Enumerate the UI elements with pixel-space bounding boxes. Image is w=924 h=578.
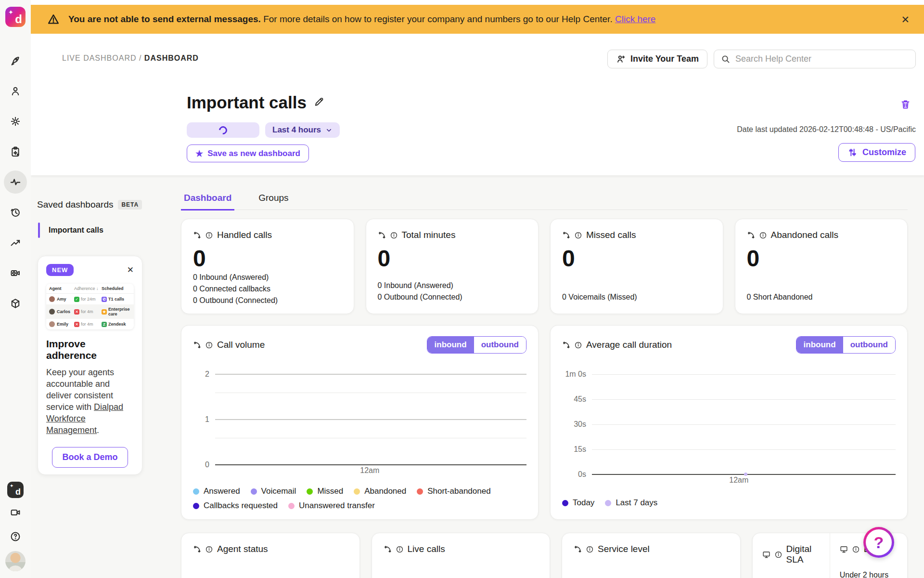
promo-card: NEW ✕ Agent Adherence ↓ Scheduled Amy ✓f… xyxy=(38,256,142,475)
sidebar-item-settings[interactable] xyxy=(4,110,27,133)
help-bubble-button[interactable]: ? xyxy=(863,527,894,558)
banner-text: You are not able to send external messag… xyxy=(68,14,655,25)
rocket-icon xyxy=(10,55,21,66)
legend-item: Missed xyxy=(307,486,343,496)
info-icon[interactable] xyxy=(205,545,213,553)
banner-link[interactable]: Click here xyxy=(615,14,655,24)
sidebar-item-help[interactable] xyxy=(6,527,25,546)
phone-icon xyxy=(193,545,201,553)
delete-dashboard-button[interactable] xyxy=(899,98,911,112)
pencil-icon xyxy=(313,96,325,107)
sidebar-item-getting-started[interactable] xyxy=(4,49,27,72)
info-icon[interactable] xyxy=(574,231,582,239)
sidebar-item-apps[interactable] xyxy=(4,292,27,315)
search-icon xyxy=(721,54,731,64)
breadcrumb-page: DASHBOARD xyxy=(144,54,199,62)
breadcrumb: LIVE DASHBOARD / DASHBOARD xyxy=(62,54,199,63)
filter-loading-pill[interactable] xyxy=(187,122,259,138)
sidebar-bottom: ✦ d xyxy=(0,482,31,571)
question-mark-icon: ? xyxy=(874,533,884,552)
star-badge-icon: ★ xyxy=(102,309,107,315)
saved-dashboards-heading: Saved dashboards BETA xyxy=(37,199,142,210)
toggle-inbound[interactable]: inbound xyxy=(796,337,843,353)
info-icon[interactable] xyxy=(759,231,767,239)
sidebar-item-history[interactable] xyxy=(4,201,27,224)
last-updated-text: Date last updated 2026-02-12T00:48:48 - … xyxy=(737,125,916,134)
x-badge-icon: ✕ xyxy=(74,322,79,327)
active-indicator xyxy=(38,223,40,238)
toggle-outbound[interactable]: outbound xyxy=(474,337,526,353)
dialpad-logo[interactable]: ✦ d xyxy=(5,7,26,27)
customize-button[interactable]: Customize xyxy=(838,143,915,162)
sidebar-item-meetings-settings[interactable] xyxy=(4,262,27,285)
save-as-new-dashboard-button[interactable]: ★ Save as new dashboard xyxy=(187,144,309,162)
legend-item: Today xyxy=(562,498,594,508)
stat-breakdown: 0 Short Abandoned xyxy=(747,291,896,303)
x-badge-icon: ✕ xyxy=(74,309,79,315)
info-icon[interactable] xyxy=(390,231,398,239)
phone-badge-icon: ✆ xyxy=(102,297,107,302)
sidebar-item-meetings[interactable] xyxy=(6,503,25,522)
phone-icon xyxy=(384,545,392,553)
sidebar-item-ai-notes[interactable] xyxy=(4,140,27,163)
tab-groups[interactable]: Groups xyxy=(256,190,291,210)
x-axis-label: 12am xyxy=(729,476,748,485)
tab-dashboard[interactable]: Dashboard xyxy=(181,190,234,210)
sidebar-item-analytics[interactable] xyxy=(4,171,27,194)
sparkle-icon: ✦ xyxy=(8,9,13,16)
digital-sla-pane: Digital SLA Under 20 seconds xyxy=(753,533,830,578)
header-actions: Invite Your Team xyxy=(607,50,916,68)
info-icon[interactable] xyxy=(774,551,783,559)
saved-dashboard-item[interactable]: Important calls xyxy=(38,223,103,238)
phone-icon xyxy=(193,341,201,349)
info-icon[interactable] xyxy=(205,231,213,239)
avg-call-duration-card: Average call duration inbound outbound 1… xyxy=(550,325,908,520)
stat-breakdown: 0 Voicemails (Missed) xyxy=(562,291,711,303)
banner-close-icon[interactable]: ✕ xyxy=(901,14,910,25)
avatar xyxy=(49,321,55,327)
question-circle-icon xyxy=(10,531,21,542)
promo-mini-table: Agent Adherence ↓ Scheduled Amy ✓for 24m… xyxy=(46,284,134,329)
legend-item: Unanswered transfer xyxy=(288,501,375,511)
promo-close-icon[interactable]: ✕ xyxy=(127,265,134,275)
user-avatar[interactable] xyxy=(5,551,26,571)
phone-icon xyxy=(747,231,755,239)
chevron-down-icon xyxy=(325,127,333,134)
pulse-icon xyxy=(9,176,22,188)
search-input[interactable] xyxy=(735,54,909,64)
gear-icon xyxy=(10,116,21,127)
info-icon[interactable] xyxy=(586,545,594,553)
dialpad-ai-badge[interactable]: ✦ d xyxy=(7,482,24,498)
sidebar-item-contacts[interactable] xyxy=(4,79,27,103)
info-icon[interactable] xyxy=(852,545,860,553)
breadcrumb-separator: / xyxy=(139,54,141,62)
content-area: Saved dashboards BETA Important calls NE… xyxy=(31,175,924,578)
video-camera-icon xyxy=(10,507,21,518)
info-icon[interactable] xyxy=(205,341,213,349)
invite-team-button[interactable]: Invite Your Team xyxy=(607,50,707,68)
info-icon[interactable] xyxy=(396,545,404,553)
stat-value: 0 xyxy=(747,245,896,272)
bottom-cards-row: Agent status Live calls Service level xyxy=(181,533,908,578)
monitor-icon xyxy=(840,545,848,553)
page-header: LIVE DASHBOARD / DASHBOARD Invite Your T… xyxy=(31,34,924,175)
x-axis-label: 12am xyxy=(360,466,379,475)
toggle-inbound[interactable]: inbound xyxy=(427,337,474,353)
edit-title-button[interactable] xyxy=(313,96,325,109)
sidebar-item-trends[interactable] xyxy=(4,231,27,254)
avatar xyxy=(49,309,55,315)
zendesk-badge-icon: Z xyxy=(102,322,107,327)
sidebar-nav xyxy=(4,49,27,315)
time-range-dropdown[interactable]: Last 4 hours xyxy=(265,122,340,138)
trash-icon xyxy=(899,98,911,110)
table-row: Emily ✕for 4m ZZendesk xyxy=(46,319,134,329)
promo-heading: Improve adherence xyxy=(46,338,134,361)
info-icon[interactable] xyxy=(574,341,582,349)
legend-item: Callbacks requested xyxy=(193,501,278,511)
toggle-outbound[interactable]: outbound xyxy=(843,337,895,353)
call-volume-plot: 2 1 0 12am xyxy=(193,370,526,476)
video-gear-icon xyxy=(10,267,21,279)
book-demo-button[interactable]: Book a Demo xyxy=(52,447,128,468)
star-icon: ★ xyxy=(195,148,203,159)
banner-body: For more details on how to register your… xyxy=(263,14,613,24)
